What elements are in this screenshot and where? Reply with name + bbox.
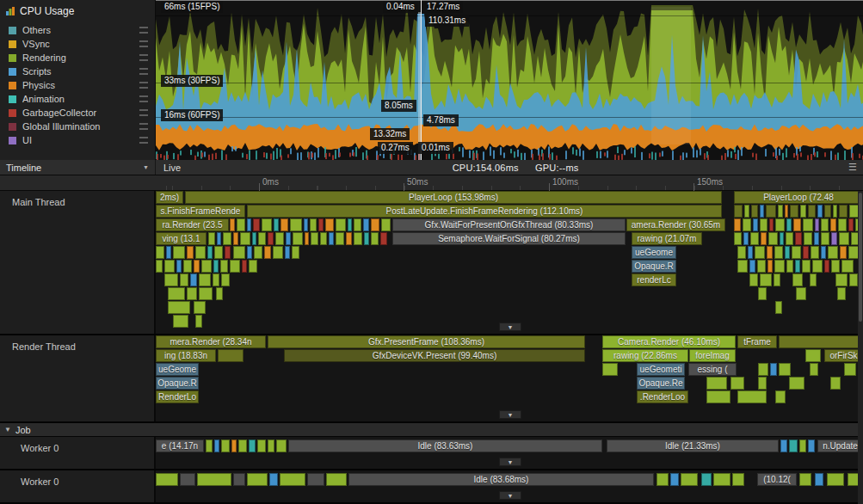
timeline-span[interactable] [750,232,759,245]
chart-selection-line[interactable] [421,0,422,160]
thread-track[interactable]: 2ms)PlayerLoop (153.98ms)PlayerLoop (72.… [156,191,863,334]
timeline-span[interactable] [814,232,819,245]
timeline-span[interactable] [760,205,764,218]
scrollbar-thumb[interactable] [859,193,862,322]
timeline-span[interactable] [744,205,749,218]
timeline-span[interactable] [233,473,245,486]
timeline-span[interactable]: rawing (22.86ms [602,349,688,362]
timeline-span[interactable] [786,218,792,231]
timeline-span[interactable] [280,218,288,231]
timeline-span[interactable] [268,232,274,245]
timeline-span[interactable] [812,260,823,273]
view-mode-dropdown[interactable]: Timeline ▼ [0,160,156,175]
legend-item-vsync[interactable]: VSync [0,37,155,51]
timeline-span[interactable]: amera.Render (30.65m [626,218,725,231]
timeline-span[interactable] [758,377,767,390]
timeline-span[interactable]: ing (18.83n [156,349,216,362]
timeline-span[interactable] [815,218,819,231]
timeline-span[interactable] [799,473,811,486]
timeline-span[interactable] [180,473,195,486]
timeline-span[interactable] [749,260,755,273]
timeline-span[interactable] [231,439,237,452]
timeline-span[interactable] [276,439,287,452]
time-ruler[interactable]: 0ms50ms100ms150ms [0,175,863,191]
timeline-span[interactable] [354,218,361,231]
timeline-span[interactable] [168,301,190,314]
timeline-span[interactable] [831,260,840,273]
timeline-span[interactable] [849,274,858,286]
timeline-span[interactable] [225,246,231,259]
timeline-span[interactable]: tFrame [737,335,777,348]
timeline-span[interactable] [274,218,279,231]
drag-handle-icon[interactable] [139,137,148,144]
timeline-span[interactable] [208,232,215,245]
timeline-span[interactable]: .RenderLoo [637,390,688,403]
timeline-span[interactable] [758,287,767,300]
timeline-span[interactable] [701,473,712,486]
timeline-span[interactable] [748,246,753,259]
timeline-span[interactable] [269,473,278,486]
timeline-span[interactable] [780,232,784,245]
timeline-span[interactable] [173,315,188,328]
timeline-span[interactable] [217,232,221,245]
timeline-span[interactable] [821,246,826,259]
timeline-span[interactable] [381,218,391,231]
timeline-span[interactable] [837,287,846,300]
timeline-span[interactable] [779,363,791,376]
timeline-span[interactable] [766,205,776,218]
timeline-span[interactable] [207,246,213,259]
cpu-usage-chart[interactable]: 66ms (15FPS)33ms (30FPS)16ms (60FPS)0.04… [156,0,863,160]
timeline-span[interactable] [257,439,266,452]
timeline-span[interactable] [380,232,387,245]
timeline-span[interactable] [221,274,230,286]
timeline-span[interactable] [311,232,318,245]
timeline-span[interactable]: n.Update [817,439,863,452]
timeline-span[interactable] [249,439,256,452]
timeline-span[interactable] [737,390,767,403]
timeline-span[interactable] [795,232,802,245]
timeline-span[interactable] [320,232,327,245]
timeline-span[interactable] [230,218,235,231]
timeline-span[interactable] [802,260,811,273]
timeline-span[interactable]: s.FinishFrameRende [156,205,245,218]
timeline-span[interactable] [247,218,251,231]
timeline-span[interactable]: Semaphore.WaitForSignal (80.27ms) [392,232,626,245]
timeline-span[interactable] [753,218,758,231]
timeline-span[interactable] [757,260,766,273]
timeline-span[interactable] [706,377,727,390]
timeline-span[interactable] [827,473,844,486]
timeline-span[interactable] [835,274,848,286]
timeline-span[interactable] [180,274,188,286]
timeline-span[interactable] [240,232,250,245]
timeline-span[interactable] [730,377,744,390]
timeline-span[interactable] [187,246,194,259]
timeline-span[interactable] [792,274,803,286]
timeline-span[interactable] [304,218,308,231]
timeline-span[interactable] [213,260,219,273]
timeline-span[interactable] [805,349,821,362]
timeline-span[interactable] [803,218,813,231]
timeline-span[interactable] [249,260,257,273]
legend-item-rendering[interactable]: Rendering [0,51,155,65]
timeline-span[interactable] [275,232,284,245]
timeline-span[interactable] [156,246,164,259]
timeline-span[interactable] [318,218,324,231]
timeline-span[interactable] [767,260,773,273]
legend-item-global-illumination[interactable]: Global Illumination [0,120,155,133]
timeline-span[interactable] [364,232,369,245]
collapse-section-button[interactable]: ▼ [499,491,521,500]
timeline-span[interactable]: ueGeometi [637,363,685,376]
timeline-span[interactable] [325,218,334,231]
timeline-span[interactable] [156,473,178,486]
timeline-span[interactable] [190,274,197,286]
timeline-span[interactable] [187,287,197,300]
timeline-span[interactable] [173,246,185,259]
timeline-span[interactable] [201,260,212,273]
live-toggle-button[interactable]: Live [156,163,188,173]
timeline-span[interactable] [734,205,743,218]
thread-track[interactable]: mera.Render (28.34nGfx.PresentFrame (108… [156,335,863,421]
timeline-span[interactable] [833,205,837,218]
timeline-span[interactable] [247,473,268,486]
timeline-span[interactable]: Opaque.R [632,260,676,273]
timeline-span[interactable] [242,260,247,273]
